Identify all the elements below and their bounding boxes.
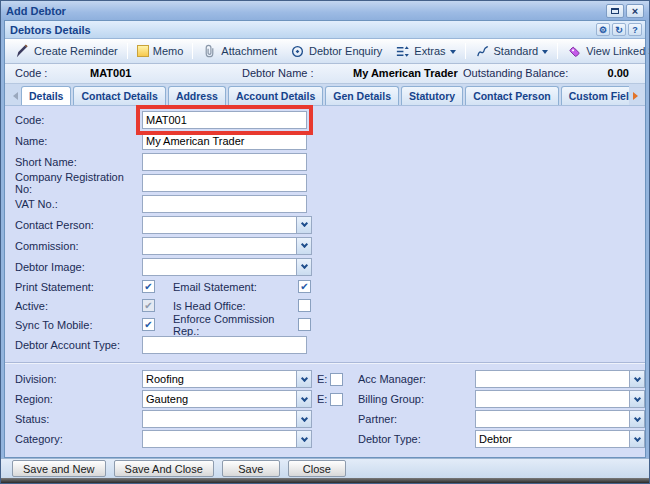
dropdown-button[interactable] [296,259,311,275]
info-name-value: My American Trader [353,67,458,79]
chevron-down-icon [633,394,640,401]
debtor-enquiry-label: Debtor Enquiry [309,45,382,57]
chevron-down-icon [300,220,307,227]
region-label: Region: [15,393,142,405]
division-e-checkbox[interactable] [330,373,343,386]
enforce-commission-checkbox[interactable] [298,318,311,331]
vat-input[interactable] [142,195,307,213]
save-and-close-button[interactable]: Save And Close [114,460,214,477]
dropdown-button[interactable] [629,411,644,427]
tab-contact-details[interactable]: Contact Details [73,86,165,105]
billing-group-select[interactable] [475,390,645,408]
arrow-right-icon [633,92,642,100]
close-button[interactable]: Close [288,460,346,477]
name-row: Name: [5,130,645,151]
debtor-info-row: Code : MAT001 Debtor Name : My American … [5,64,645,84]
dropdown-button[interactable] [296,411,311,427]
view-linked-sn-label: View Linked S/N [586,45,650,57]
category-select[interactable] [142,430,312,448]
company-reg-input[interactable] [142,174,307,192]
partner-row: Partner: [348,409,645,429]
memo-button[interactable]: Memo [133,43,188,59]
category-label: Category: [15,433,142,445]
chevron-down-icon [300,394,307,401]
tab-contact-person[interactable]: Contact Person [465,86,559,105]
save-and-new-button[interactable]: Save and New [12,460,106,477]
contact-person-select[interactable] [142,216,312,234]
chevron-down-icon [633,414,640,421]
dropdown-button[interactable] [296,431,311,447]
active-label: Active: [15,300,142,312]
tab-account-details[interactable]: Account Details [228,86,323,105]
refresh-icon[interactable]: ↻ [612,23,626,36]
info-code-label: Code : [15,67,47,79]
info-balance-value: 0.00 [608,67,629,79]
region-select[interactable]: Gauteng [142,390,312,408]
active-row: Active: ✔ Is Head Office: [5,296,645,315]
enforce-commission-label: Enforce Commission Rep.: [173,313,298,337]
window-close-button[interactable]: × [626,4,644,18]
division-value: Roofing [146,373,184,385]
debtor-type-select[interactable]: Debtor [475,430,645,448]
maximize-button[interactable] [606,4,624,18]
commission-select[interactable] [142,237,312,255]
tab-gen-details[interactable]: Gen Details [325,86,399,105]
region-value: Gauteng [146,393,188,405]
division-select[interactable]: Roofing [142,370,312,388]
tab-scroll-right-button[interactable] [630,88,644,104]
debtor-image-row: Debtor Image: [5,256,645,277]
billing-group-row: Billing Group: [348,389,645,409]
dropdown-button[interactable] [629,431,644,447]
save-button[interactable]: Save [222,460,280,477]
name-input[interactable] [142,132,307,150]
dropdown-button[interactable] [629,391,644,407]
chevron-down-icon [300,374,307,381]
acc-manager-select[interactable] [475,370,645,388]
tab-custom-fields[interactable]: Custom Fields [561,86,629,105]
sync-to-mobile-checkbox[interactable]: ✔ [142,318,155,331]
dropdown-button[interactable] [296,217,311,233]
title-bar: Add Debtor × [1,1,649,20]
signature-icon [475,44,490,59]
sync-to-mobile-label: Sync To Mobile: [15,319,142,331]
extras-button[interactable]: Extras [391,42,459,61]
code-row: Code: [5,109,645,130]
debtor-image-select[interactable] [142,258,312,276]
tab-details[interactable]: Details [21,86,71,105]
dropdown-button[interactable] [296,238,311,254]
active-checkbox: ✔ [142,299,155,312]
region-e-checkbox[interactable] [330,393,343,406]
partner-select[interactable] [475,410,645,428]
email-statement-label: Email Statement: [173,281,298,293]
view-linked-sn-button[interactable]: View Linked S/N [563,42,650,61]
division-e-label: E: [317,373,327,385]
maximize-icon [611,8,619,14]
footer-button-bar: Save and New Save And Close Save Close [1,458,649,478]
standard-button[interactable]: Standard [471,42,553,61]
is-head-office-checkbox[interactable] [298,299,311,312]
debtor-type-label: Debtor Type: [358,433,475,445]
print-statement-checkbox[interactable]: ✔ [142,280,155,293]
email-statement-checkbox[interactable]: ✔ [298,280,311,293]
tab-address[interactable]: Address [168,86,226,105]
code-input[interactable] [142,111,307,129]
dropdown-button[interactable] [296,371,311,387]
dropdown-button[interactable] [296,391,311,407]
help-icon[interactable]: ? [628,23,642,36]
gear-icon[interactable]: ⚙ [596,23,610,36]
debtor-enquiry-button[interactable]: Debtor Enquiry [286,42,386,61]
attachment-button[interactable]: Attachment [198,42,281,61]
toolbar-separator [192,43,193,59]
dropdown-button[interactable] [629,371,644,387]
short-name-input[interactable] [142,153,307,171]
add-debtor-window: Add Debtor × Debtors Details ⚙ ↻ ? Creat… [0,0,650,484]
tab-scroll-left-button[interactable] [6,88,20,104]
tab-strip: Details Contact Details Address Account … [5,84,645,106]
tab-statutory[interactable]: Statutory [401,86,463,105]
is-head-office-label: Is Head Office: [173,300,298,312]
create-reminder-button[interactable]: Create Reminder [11,42,122,61]
debtor-account-type-input[interactable] [142,336,307,354]
status-select[interactable] [142,410,312,428]
info-code-value: MAT001 [90,67,131,79]
category-row: Category: [5,429,348,449]
